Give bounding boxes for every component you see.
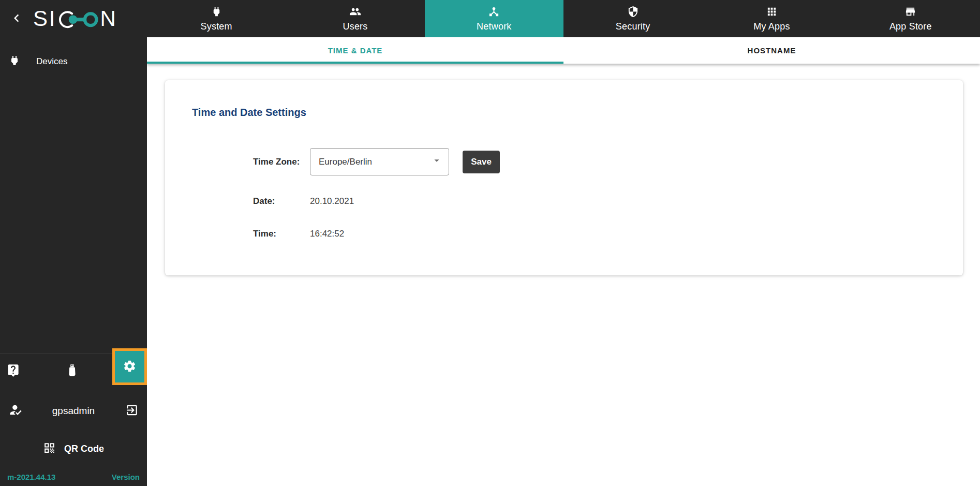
tab-hostname[interactable]: HOSTNAME [563,37,980,64]
qr-code-button[interactable]: QR Code [0,437,147,461]
usb-status-button[interactable] [65,363,79,379]
tab-label: Security [616,21,650,32]
tab-label: System [201,21,232,32]
date-row: Date: 20.10.2021 [253,196,354,207]
sidebar-item-label: Devices [36,56,67,67]
version-value: m-2021.44.13 [7,473,55,481]
svg-text:N: N [100,6,116,31]
tab-time-and-date[interactable]: TIME & DATE [147,37,563,64]
tab-system[interactable]: System [147,0,286,37]
date-value: 20.10.2021 [310,196,354,207]
qr-code-icon [43,441,56,456]
time-date-settings-card: Time and Date Settings Time Zone: Europe… [165,80,963,275]
tab-users[interactable]: Users [286,0,424,37]
help-button[interactable] [6,363,20,379]
back-button[interactable] [5,7,28,30]
timezone-row: Time Zone: Europe/Berlin Save [253,148,500,175]
version-label: Version [112,473,140,481]
tab-security[interactable]: Security [563,0,702,37]
qr-code-label: QR Code [64,444,104,454]
apps-grid-icon [766,6,778,20]
timezone-selected-value: Europe/Berlin [319,157,372,167]
sicon-logo: SI N [33,6,120,32]
sidebar-tools [0,354,147,388]
usb-stick-icon [65,363,79,379]
help-bubble-icon [6,363,20,379]
plug-icon [8,54,21,69]
tab-network[interactable]: Network [425,0,563,37]
settings-button[interactable] [112,348,147,385]
subtab-label: HOSTNAME [748,46,796,55]
tab-label: Users [343,21,367,32]
time-value: 16:42:52 [310,229,344,239]
sidebar-header: SI N [0,0,147,37]
gear-icon [123,359,137,375]
svg-text:SI: SI [33,6,56,31]
timezone-label: Time Zone: [253,157,310,167]
sidebar-item-devices[interactable]: Devices [0,50,147,73]
top-navigation: System Users Network Security My Apps [147,0,980,37]
chevron-down-icon [431,155,442,169]
sub-tab-bar: TIME & DATE HOSTNAME [147,37,980,64]
version-row: m-2021.44.13 Version [7,473,140,481]
main-content: Time and Date Settings Time Zone: Europe… [147,64,980,486]
date-label: Date: [253,196,310,207]
save-button[interactable]: Save [463,151,500,173]
device-hub-icon [488,6,500,20]
timezone-select[interactable]: Europe/Berlin [310,148,449,175]
people-icon [349,6,361,20]
chevron-left-icon [9,10,24,27]
app-window: SI N Devices [0,0,980,486]
tab-label: My Apps [753,21,790,32]
tab-label: Network [477,21,511,32]
card-title: Time and Date Settings [192,107,306,119]
subtab-label: TIME & DATE [328,46,383,55]
tab-label: App Store [889,21,932,32]
shield-icon [627,6,639,20]
tab-app-store[interactable]: App Store [841,0,980,37]
plug-icon [211,6,222,20]
exit-icon [125,411,139,419]
tab-my-apps[interactable]: My Apps [702,0,841,37]
logout-button[interactable] [125,404,139,419]
sidebar: SI N Devices [0,0,147,486]
user-row: gpsadmin [0,397,147,424]
time-label: Time: [253,229,310,239]
storefront-icon [904,6,916,20]
time-row: Time: 16:42:52 [253,229,344,239]
